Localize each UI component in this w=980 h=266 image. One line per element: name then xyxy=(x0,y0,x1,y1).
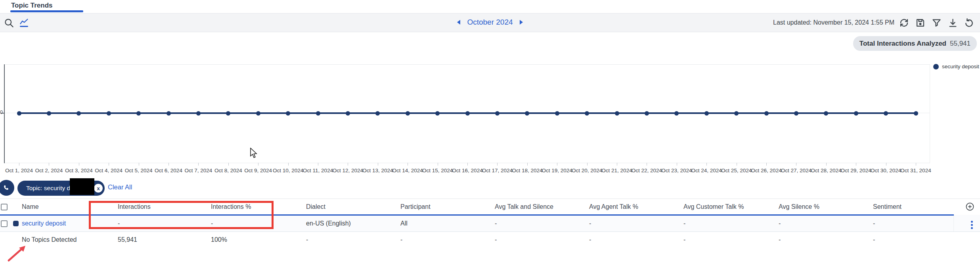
x-tick xyxy=(198,163,199,166)
table-cell: - xyxy=(493,231,588,248)
data-point[interactable] xyxy=(167,111,171,116)
x-tick xyxy=(826,163,827,166)
data-point[interactable] xyxy=(794,111,798,116)
data-point[interactable] xyxy=(615,111,619,116)
prev-month-icon[interactable] xyxy=(456,19,461,25)
chart-legend[interactable]: security deposit xyxy=(933,64,979,69)
data-point[interactable] xyxy=(316,111,320,116)
x-tick xyxy=(677,163,677,166)
table-row: No Topics Detected55,941100%------- xyxy=(0,231,980,248)
total-interactions-badge: Total Interactions Analyzed 55,941 xyxy=(853,36,977,51)
date-navigation: October 2024 xyxy=(456,18,523,27)
data-point[interactable] xyxy=(824,111,828,116)
data-point[interactable] xyxy=(435,111,440,116)
data-point[interactable] xyxy=(196,111,201,116)
x-tick xyxy=(587,163,588,166)
search-icon[interactable] xyxy=(4,17,14,28)
x-axis-label: Oct 31, 2024 xyxy=(897,168,935,173)
x-tick xyxy=(617,163,617,166)
topic-color-marker xyxy=(13,221,19,226)
data-point[interactable] xyxy=(256,111,260,116)
table-cell: en-US (English) xyxy=(304,215,399,231)
filter-bar: Topic: security d x Clear All xyxy=(0,179,980,199)
chip-remove-icon[interactable]: x xyxy=(94,184,103,193)
y-axis-line xyxy=(4,64,5,163)
divider xyxy=(0,199,980,199)
column-header-dialect[interactable]: Dialect xyxy=(304,200,399,215)
column-header-avg-agent-talk-[interactable]: Avg Agent Talk % xyxy=(588,200,682,215)
data-point[interactable] xyxy=(226,111,230,116)
data-point[interactable] xyxy=(674,111,679,116)
clear-all-link[interactable]: Clear All xyxy=(108,183,132,191)
row-menu-icon[interactable] xyxy=(971,221,973,229)
table-cell: - xyxy=(209,215,304,231)
topic-filter-chip[interactable]: Topic: security d xyxy=(17,181,105,196)
topic-name-link[interactable]: security deposit xyxy=(22,220,66,227)
table-cell: - xyxy=(777,231,871,248)
table-cell: - xyxy=(588,215,682,231)
tab-bar: Topic Trends xyxy=(0,0,980,13)
data-point[interactable] xyxy=(406,111,410,116)
date-range-label[interactable]: October 2024 xyxy=(467,18,513,27)
table-cell: - xyxy=(777,215,871,231)
topic-name-cell: security deposit xyxy=(11,215,116,231)
refresh-icon[interactable] xyxy=(899,17,909,28)
row-actions-cell xyxy=(953,231,980,248)
column-header-avg-customer-talk-[interactable]: Avg Customer Talk % xyxy=(682,200,777,215)
data-point[interactable] xyxy=(375,111,380,116)
data-point[interactable] xyxy=(17,111,21,116)
data-point[interactable] xyxy=(495,111,500,116)
table-cell: 55,941 xyxy=(116,231,209,248)
x-tick xyxy=(557,163,557,166)
plot-right-border xyxy=(930,64,930,163)
data-point[interactable] xyxy=(525,111,529,116)
add-column-icon[interactable] xyxy=(965,202,974,211)
data-point[interactable] xyxy=(585,111,589,116)
data-point[interactable] xyxy=(77,111,81,116)
row-checkbox[interactable] xyxy=(1,220,8,227)
undo-icon[interactable] xyxy=(964,17,974,28)
chart-view-icon[interactable] xyxy=(19,17,29,28)
data-point[interactable] xyxy=(286,111,290,116)
column-header-interactions-[interactable]: Interactions % xyxy=(209,200,304,215)
x-tick xyxy=(796,163,796,166)
y-axis-tick-label: 0 xyxy=(0,109,3,116)
data-point[interactable] xyxy=(854,111,858,116)
x-tick xyxy=(79,163,79,166)
column-header-participant[interactable]: Participant xyxy=(399,200,493,215)
data-point[interactable] xyxy=(914,111,918,116)
data-point[interactable] xyxy=(346,111,350,116)
x-tick xyxy=(438,163,438,166)
data-point[interactable] xyxy=(136,111,141,116)
data-point[interactable] xyxy=(47,111,51,116)
column-header-interactions[interactable]: Interactions xyxy=(116,200,209,215)
table-header-row: NameInteractionsInteractions %DialectPar… xyxy=(0,200,980,215)
topic-name-cell: No Topics Detected xyxy=(11,231,116,248)
x-tick xyxy=(168,163,169,166)
data-point[interactable] xyxy=(884,111,888,116)
data-point[interactable] xyxy=(555,111,559,116)
column-header-name[interactable]: Name xyxy=(11,200,116,215)
save-icon[interactable] xyxy=(915,17,926,28)
column-header-sentiment[interactable]: Sentiment xyxy=(871,200,953,215)
data-point[interactable] xyxy=(764,111,769,116)
data-point[interactable] xyxy=(465,111,470,116)
table-cell: - xyxy=(493,215,588,231)
data-point[interactable] xyxy=(107,111,111,116)
select-all-checkbox[interactable] xyxy=(1,204,8,210)
filter-icon[interactable] xyxy=(931,17,942,28)
download-icon[interactable] xyxy=(947,17,958,28)
tab-topic-trends[interactable]: Topic Trends xyxy=(11,2,53,10)
data-point[interactable] xyxy=(734,111,739,116)
x-tick xyxy=(886,163,886,166)
data-point[interactable] xyxy=(645,111,649,116)
plot-top-border xyxy=(4,64,930,65)
column-header-avg-silence-[interactable]: Avg Silence % xyxy=(777,200,871,215)
column-header-avg-talk-and-silence[interactable]: Avg Talk and Silence xyxy=(493,200,588,215)
x-tick xyxy=(139,163,139,166)
x-tick xyxy=(737,163,737,166)
x-tick xyxy=(766,163,767,166)
data-point[interactable] xyxy=(704,111,709,116)
phone-icon[interactable] xyxy=(0,180,14,196)
next-month-icon[interactable] xyxy=(519,19,524,25)
